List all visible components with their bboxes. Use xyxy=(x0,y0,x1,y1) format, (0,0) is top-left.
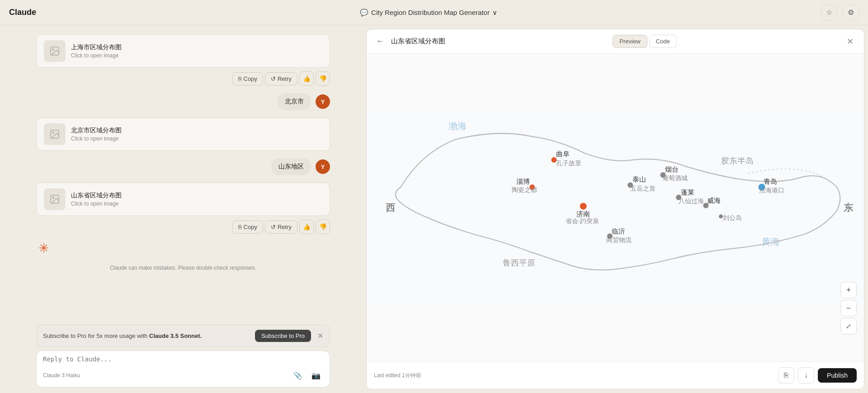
plain-label: 鲁西平原 xyxy=(503,258,535,267)
header: Claude 💬 City Region Distribution Map Ge… xyxy=(0,0,868,25)
reply-input[interactable] xyxy=(43,356,323,363)
preview-header-left: ← 山东省区域分布图 xyxy=(374,35,445,48)
subscribe-pro-button[interactable]: Subscribe to Pro xyxy=(255,330,311,342)
chat-icon: 💬 xyxy=(360,9,368,17)
map-svg: 渤海 黄海 西 东 胶东半岛 鲁西平原 曲阜 孔子故里 xyxy=(367,54,864,361)
copy-button-1[interactable]: ⎘ Copy xyxy=(232,72,263,85)
svg-rect-6 xyxy=(367,105,864,309)
camera-button[interactable]: 📷 xyxy=(309,368,323,383)
preview-header: ← 山东省区域分布图 Preview Code ✕ xyxy=(367,29,864,54)
main-layout: 上海市区域分布图 Click to open image ⎘ Copy ↺ Re… xyxy=(0,25,868,393)
city-label-linyi: 临沂 xyxy=(612,227,625,235)
preview-title: 山东省区域分布图 xyxy=(391,37,445,46)
project-title-bar: 💬 City Region Distribution Map Generator… xyxy=(360,9,497,17)
retry-icon-1: ↺ xyxy=(271,75,276,82)
east-label: 东 xyxy=(844,202,854,213)
image-card-shanghai[interactable]: 上海市区域分布图 Click to open image xyxy=(36,34,330,68)
city-sub-taishan: 五岳之首 xyxy=(630,185,656,192)
assistant-message-row-3: 山东省区域分布图 Click to open image ⎘ Copy ↺ Re… xyxy=(36,182,330,234)
image-card-text-shanghai: 上海市区域分布图 Click to open image xyxy=(71,43,122,59)
preview-footer: Last edited 1分钟前 ⎘ ↓ Publish xyxy=(367,361,864,389)
attach-button[interactable]: 📎 xyxy=(291,368,305,383)
image-card-text-shandong: 山东省区域分布图 Click to open image xyxy=(71,192,122,207)
peninsula-label: 胶东半岛 xyxy=(721,156,754,165)
image-card-shandong[interactable]: 山东省区域分布图 Click to open image xyxy=(36,182,330,216)
svg-point-3 xyxy=(52,132,54,133)
action-bar-3: ⎘ Copy ↺ Retry 👍 👎 xyxy=(36,220,330,234)
subscribe-banner: Subscribe to Pro for 5x more usage with … xyxy=(36,325,330,347)
footer-actions: ⎘ ↓ Publish xyxy=(778,367,857,384)
chat-panel: 上海市区域分布图 Click to open image ⎘ Copy ↺ Re… xyxy=(0,25,366,393)
copy-icon-1: ⎘ xyxy=(238,75,242,82)
input-area: Claude 3 Haiku 📎 📷 xyxy=(36,351,330,388)
action-bar-1: ⎘ Copy ↺ Retry 👍 👎 xyxy=(36,71,330,86)
settings-button[interactable]: ⚙ xyxy=(843,5,859,21)
city-sub-penglai: 八仙过海 xyxy=(679,198,704,205)
subscribe-text: Subscribe to Pro for 5x more usage with … xyxy=(43,332,202,339)
image-card-text-beijing: 北京市区域分布图 Click to open image xyxy=(71,126,122,142)
image-title-shanghai: 上海市区域分布图 xyxy=(71,43,122,51)
zoom-fit-button[interactable]: ⤢ xyxy=(840,318,857,334)
model-label: Claude 3 Haiku xyxy=(43,372,80,379)
west-label: 西 xyxy=(386,202,396,213)
city-label-weihai: 威海 xyxy=(707,196,721,204)
chat-messages: 上海市区域分布图 Click to open image ⎘ Copy ↺ Re… xyxy=(0,25,366,325)
city-label-jinan: 济南 xyxy=(576,210,590,218)
image-title-shandong: 山东省区域分布图 xyxy=(71,192,122,200)
close-preview-button[interactable]: ✕ xyxy=(844,35,857,48)
copy-button-3[interactable]: ⎘ Copy xyxy=(232,220,263,234)
city-label-liugongdao: 刘公岛 xyxy=(723,215,742,221)
city-sub-qufu: 孔子故里 xyxy=(556,160,581,167)
preview-tabs: Preview Code xyxy=(613,35,676,48)
image-title-beijing: 北京市区域分布图 xyxy=(71,126,122,135)
city-jinan xyxy=(580,203,587,210)
tab-preview[interactable]: Preview xyxy=(613,35,647,48)
retry-icon-3: ↺ xyxy=(271,224,276,230)
project-title: City Region Distribution Map Generator xyxy=(371,9,490,16)
city-sub-linyi: 商贸物流 xyxy=(606,237,632,243)
assistant-message-row-2: 北京市区域分布图 Click to open image xyxy=(36,117,330,151)
copy-icon-3: ⎘ xyxy=(238,224,242,230)
image-subtitle-shandong: Click to open image xyxy=(71,201,122,207)
city-label-qingdao: 青岛 xyxy=(764,178,777,185)
tab-code[interactable]: Code xyxy=(649,35,677,48)
assistant-message-row-1: 上海市区域分布图 Click to open image ⎘ Copy ↺ Re… xyxy=(36,34,330,86)
city-sub-qingdao: 沿海港口 xyxy=(759,187,784,194)
header-actions: ☆ ⚙ xyxy=(821,5,859,21)
user-message-row-beijing: 北京市 Y xyxy=(36,93,330,110)
city-label-yantai: 烟台 xyxy=(665,165,679,173)
claude-status-row: ✳ xyxy=(36,241,330,256)
zoom-out-button[interactable]: − xyxy=(840,300,857,316)
retry-button-3[interactable]: ↺ Retry xyxy=(265,220,297,234)
star-button[interactable]: ☆ xyxy=(821,5,837,21)
retry-button-1[interactable]: ↺ Retry xyxy=(265,72,297,85)
publish-button[interactable]: Publish xyxy=(818,368,857,383)
footer-download-button[interactable]: ↓ xyxy=(798,367,814,384)
thumbs-up-button-1[interactable]: 👍 xyxy=(299,71,314,86)
footer-copy-button[interactable]: ⎘ xyxy=(778,367,794,384)
subscribe-actions: Subscribe to Pro ✕ xyxy=(255,330,323,342)
close-banner-button[interactable]: ✕ xyxy=(317,332,323,340)
user-message-row-shandong: 山东地区 Y xyxy=(36,158,330,175)
image-card-beijing[interactable]: 北京市区域分布图 Click to open image xyxy=(36,117,330,151)
svg-point-1 xyxy=(52,49,54,50)
city-liugongdao xyxy=(719,215,723,219)
zoom-controls: + − ⤢ xyxy=(840,282,857,334)
avatar-shandong: Y xyxy=(316,159,330,174)
chevron-down-icon: ∨ xyxy=(492,9,497,17)
city-sub-yantai: 葡萄酒城 xyxy=(662,175,688,182)
thumbs-up-button-3[interactable]: 👍 xyxy=(299,220,314,234)
city-label-taishan: 泰山 xyxy=(632,175,646,183)
city-sub-jinan: 省会·趵突泉 xyxy=(566,218,599,225)
app-title: Claude xyxy=(9,8,36,17)
status-message: Claude can make mistakes. Please double-… xyxy=(36,263,330,273)
claude-asterisk-icon: ✳ xyxy=(36,241,51,256)
sea-label-north: 渤海 xyxy=(448,121,467,131)
city-label-penglai: 蓬莱 xyxy=(681,188,694,196)
zoom-in-button[interactable]: + xyxy=(840,282,857,298)
input-bottom-bar: Claude 3 Haiku 📎 📷 xyxy=(43,368,323,383)
subscribe-banner-text: Subscribe to Pro for 5x more usage with … xyxy=(43,332,202,339)
thumbs-down-button-1[interactable]: 👎 xyxy=(316,71,330,86)
thumbs-down-button-3[interactable]: 👎 xyxy=(316,220,330,234)
back-button[interactable]: ← xyxy=(374,35,387,48)
